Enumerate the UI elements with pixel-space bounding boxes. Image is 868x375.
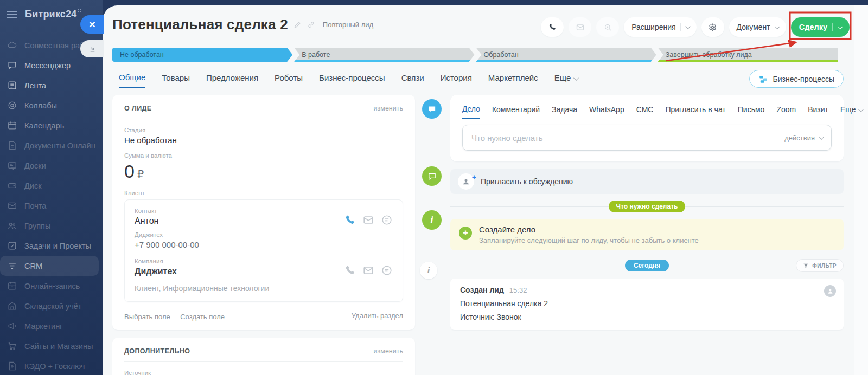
stage-field: Стадия Не обработан <box>124 127 403 145</box>
cart-icon <box>7 341 17 351</box>
today-row: Сегодня ФИЛЬТР <box>450 259 844 272</box>
contact-phone[interactable]: +7 900 000-00-00 <box>135 240 393 249</box>
sidebar-item-kedo[interactable]: КЭДО + Госключ <box>0 356 103 375</box>
sidebar-item-groups[interactable]: Группы <box>0 216 103 236</box>
source-field: Источник Звонок <box>124 370 403 375</box>
chevron-down-icon <box>838 24 843 29</box>
sidebar-item-marketing[interactable]: Маркетинг <box>0 316 103 336</box>
edit-pencil-icon[interactable] <box>293 21 302 29</box>
copy-link-icon[interactable] <box>307 21 315 29</box>
call-button[interactable] <box>541 17 564 37</box>
sidebar-item-tasks[interactable]: Задачи и Проекты <box>0 236 103 256</box>
tab-connections[interactable]: Связи <box>401 70 424 88</box>
hamburger-menu-icon[interactable] <box>7 11 17 18</box>
sidebar-item-calendar[interactable]: Календарь <box>0 115 103 135</box>
tab-robots[interactable]: Роботы <box>275 70 303 88</box>
contact-name[interactable]: Антон <box>135 216 344 226</box>
mail-icon <box>7 201 17 211</box>
activity-tab-comment[interactable]: Комментарий <box>492 102 540 119</box>
activity-tab-zoom[interactable]: Zoom <box>776 102 796 119</box>
choose-field-link[interactable]: Выбрать поле <box>124 313 170 321</box>
document-dropdown[interactable]: Документ <box>729 17 786 37</box>
tab-general[interactable]: Общие <box>119 69 145 88</box>
stage-in-progress[interactable]: В работе <box>294 48 474 62</box>
activity-tab-email[interactable]: Письмо <box>738 102 765 119</box>
activity-tab-whatsapp[interactable]: WhatsApp <box>589 102 624 119</box>
app-logo[interactable]: Битрикс24 <box>25 9 81 20</box>
search-button[interactable] <box>596 17 619 37</box>
card-title: ДОПОЛНИТЕЛЬНО <box>124 347 190 355</box>
email-company-icon[interactable] <box>362 264 374 276</box>
chat-contact-icon[interactable] <box>381 214 393 226</box>
sidebar-item-sites[interactable]: Сайты и Магазины <box>0 336 103 356</box>
detail-tabs: Общие Товары Предложения Роботы Бизнес-п… <box>112 69 749 88</box>
convert-to-deal-button[interactable]: Сделку <box>791 17 850 37</box>
tasks-icon <box>7 241 17 251</box>
email-contact-icon[interactable] <box>362 214 374 226</box>
sidebar-item-booking[interactable]: Онлайн-запись <box>0 276 103 296</box>
booking-icon <box>7 281 17 291</box>
tab-more[interactable]: Еще <box>554 70 578 88</box>
sidebar-item-feed[interactable]: Лента <box>0 75 103 95</box>
sidebar-item-crm[interactable]: CRM <box>0 256 99 276</box>
activity-tab-invite-chat[interactable]: Пригласить в чат <box>665 102 725 119</box>
sidebar-item-messenger[interactable]: Мессенджер <box>0 55 103 75</box>
tab-products[interactable]: Товары <box>162 70 190 88</box>
event-author-avatar[interactable] <box>824 285 836 297</box>
messenger-icon <box>7 60 17 70</box>
activity-tab-visit[interactable]: Визит <box>808 102 828 119</box>
edit-link[interactable]: изменить <box>374 347 403 355</box>
delete-section-link[interactable]: Удалить раздел <box>352 312 403 321</box>
tab-history[interactable]: История <box>441 70 472 88</box>
stage-finish-processing[interactable]: Завершить обработку лида <box>658 48 838 62</box>
filter-button[interactable]: ФИЛЬТР <box>796 259 844 272</box>
todo-input-placeholder: Что нужно сделать <box>471 133 543 143</box>
activity-composer-card: Дело Комментарий Задача WhatsApp СМС При… <box>450 95 844 161</box>
create-activity-banner[interactable]: + Создайте дело Запланируйте следующий ш… <box>450 219 844 250</box>
timeline-event-card[interactable]: Создан лид 15:32 Потенциальная сделка 2 … <box>450 279 844 330</box>
tab-marketplace[interactable]: Маркетплейс <box>488 70 538 88</box>
page-title: Потенциальная сделка 2 <box>112 16 288 33</box>
tab-business-processes[interactable]: Бизнес-процессы <box>319 70 385 88</box>
collapse-slider-button[interactable] <box>80 40 104 57</box>
activity-tab-sms[interactable]: СМС <box>636 102 654 119</box>
about-lead-card: О ЛИДЕ изменить Стадия Не обработан Сумм… <box>112 95 415 330</box>
call-company-icon[interactable] <box>344 264 356 276</box>
chat-company-icon[interactable] <box>381 264 393 276</box>
activity-tab-todo[interactable]: Дело <box>462 101 480 119</box>
sidebar-item-warehouse[interactable]: Складской учёт <box>0 296 103 316</box>
tab-quotes[interactable]: Предложения <box>206 70 258 88</box>
stage-not-processed[interactable]: Не обработан <box>112 48 292 62</box>
plus-icon: + <box>459 227 472 240</box>
phone-icon <box>548 23 557 31</box>
create-field-link[interactable]: Создать поле <box>180 313 225 321</box>
activity-tabs: Дело Комментарий Задача WhatsApp СМС При… <box>462 101 832 119</box>
timeline-rail: i i <box>415 95 450 375</box>
logo-clock-badge <box>78 9 81 12</box>
activity-tab-more[interactable]: Еще <box>840 102 863 119</box>
chevron-down-icon <box>685 24 691 29</box>
call-contact-icon[interactable] <box>344 214 356 226</box>
sidebar-item-collabs[interactable]: Коллабы <box>0 95 103 115</box>
sidebar-item-mail[interactable]: Почта <box>0 196 103 216</box>
settings-button[interactable] <box>701 17 724 37</box>
extensions-dropdown[interactable]: Расширения <box>624 17 696 37</box>
today-badge: Сегодня <box>625 260 669 271</box>
sidebar-item-boards[interactable]: Доски <box>0 156 103 176</box>
stage-processed[interactable]: Обработан <box>476 48 656 62</box>
flowchart-icon <box>758 74 768 84</box>
business-processes-button[interactable]: Бизнес-процессы <box>749 70 844 88</box>
actions-dropdown[interactable]: действия <box>784 134 822 142</box>
close-slider-button[interactable]: ✕ <box>80 15 104 34</box>
invite-discussion-row[interactable]: + Пригласить к обсуждению <box>450 169 844 194</box>
warehouse-icon <box>7 301 17 311</box>
todo-input[interactable]: Что нужно сделать действия <box>462 125 832 151</box>
email-button[interactable] <box>569 17 591 37</box>
activity-tab-task[interactable]: Задача <box>552 102 577 119</box>
sidebar-menu: Совместная работа Мессенджер Лента Колла… <box>0 35 103 375</box>
sidebar-item-documents[interactable]: Документы Онлайн <box>0 135 103 156</box>
add-person-icon: + <box>458 173 474 190</box>
sidebar-item-drive[interactable]: Диск <box>0 176 103 196</box>
company-name[interactable]: Диджитех <box>135 267 344 276</box>
edit-link[interactable]: изменить <box>374 105 403 112</box>
